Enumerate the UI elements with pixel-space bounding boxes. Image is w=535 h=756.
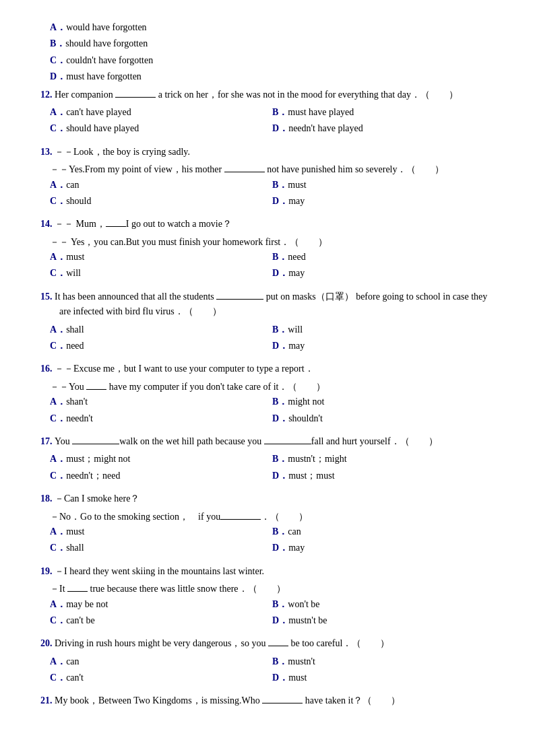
- q14-options: A．must B．need C．will D．may: [50, 250, 495, 283]
- question-20: 20. Driving in rush hours might be very …: [40, 636, 495, 687]
- q16-option-b: B．might not: [272, 394, 495, 409]
- option-b: B．should have forgotten: [50, 36, 495, 51]
- q19-option-d: D．mustn't be: [272, 613, 495, 628]
- q18-option-d: D．may: [272, 541, 495, 555]
- q19-option-b: B．won't be: [272, 597, 495, 612]
- q17-option-c: C．needn't；need: [50, 469, 272, 483]
- question-17: 17. You walk on the wet hill path becaus…: [40, 434, 495, 485]
- q18-option-a: A．must: [50, 524, 272, 539]
- q17-option-b: B．mustn't；might: [272, 452, 495, 467]
- q12-options: A．can't have played B．must have played C…: [50, 105, 495, 138]
- q15-option-c: C．need: [50, 339, 272, 353]
- q16-options: A．shan't B．might not C．needn't D．shouldn…: [50, 394, 495, 427]
- q18-options: A．must B．can C．shall D．may: [50, 524, 495, 557]
- q20-option-c: C．can't: [50, 671, 272, 685]
- q13-option-a: A．can: [50, 178, 272, 193]
- q12-option-b: B．must have played: [272, 105, 495, 120]
- q12-option-d: D．needn't have played: [272, 121, 495, 136]
- q20-option-b: B．mustn't: [272, 654, 495, 669]
- question-18: 18. －Can I smoke here？ －No．Go to the smo…: [40, 491, 495, 557]
- q13-option-b: B．must: [272, 178, 495, 193]
- q16-option-a: A．shan't: [50, 394, 272, 409]
- q14-option-b: B．need: [272, 250, 495, 265]
- q20-option-a: A．can: [50, 654, 272, 669]
- q15-option-a: A．shall: [50, 322, 272, 337]
- q19-options: A．may be not B．won't be C．can't be D．mus…: [50, 597, 495, 630]
- question-13: 13. －－Look，the boy is crying sadly. －－Ye…: [40, 145, 495, 211]
- options-continuation: A．would have forgotten B．should have for…: [50, 20, 495, 85]
- q18-option-c: C．shall: [50, 541, 272, 555]
- q20-option-d: D．must: [272, 671, 495, 685]
- question-15: 15. It has been announced that all the s…: [40, 289, 495, 355]
- option-a: A．would have forgotten: [50, 20, 495, 35]
- q15-option-b: B．will: [272, 322, 495, 337]
- option-d: D．must have forgotten: [50, 69, 495, 84]
- option-c: C．couldn't have forgotten: [50, 53, 495, 68]
- q16-option-c: C．needn't: [50, 411, 272, 426]
- q18-option-b: B．can: [272, 524, 495, 539]
- question-12: 12. Her companion a trick on her，for she…: [40, 88, 495, 138]
- q15-options: A．shall B．will C．need D．may: [50, 322, 495, 355]
- question-14: 14. －－ Mum，I go out to watch a movie？ －－…: [40, 217, 495, 283]
- q16-option-d: D．shouldn't: [272, 411, 495, 426]
- q17-options: A．must；might not B．mustn't；might C．needn…: [50, 452, 495, 485]
- q14-option-d: D．may: [272, 266, 495, 281]
- question-19: 19. －I heard they went skiing in the mou…: [40, 564, 495, 630]
- q19-option-a: A．may be not: [50, 597, 272, 612]
- q17-option-a: A．must；might not: [50, 452, 272, 467]
- q12-option-c: C．should have played: [50, 121, 272, 136]
- question-16: 16. －－Excuse me，but I want to use your c…: [40, 362, 495, 427]
- q14-option-c: C．will: [50, 266, 272, 281]
- q12-option-a: A．can't have played: [50, 105, 272, 120]
- question-21: 21. My book，Between Two Kingdoms，is miss…: [40, 693, 495, 708]
- q19-option-c: C．can't be: [50, 613, 272, 628]
- q13-option-c: C．should: [50, 194, 272, 209]
- q20-options: A．can B．mustn't C．can't D．must: [50, 654, 495, 687]
- q15-option-d: D．may: [272, 339, 495, 353]
- q14-option-a: A．must: [50, 250, 272, 265]
- q17-option-d: D．must；must: [272, 469, 495, 483]
- q13-options: A．can B．must C．should D．may: [50, 178, 495, 211]
- q13-option-d: D．may: [272, 194, 495, 209]
